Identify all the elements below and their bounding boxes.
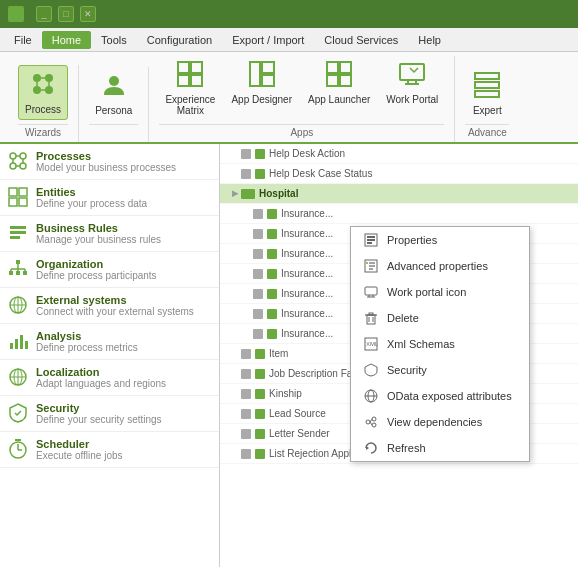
ribbon-btn-expert[interactable]: Expert bbox=[465, 67, 509, 120]
expand-icon: ▶ bbox=[244, 269, 250, 278]
context-icon bbox=[363, 388, 379, 404]
svg-rect-16 bbox=[327, 62, 338, 73]
svg-rect-39 bbox=[10, 226, 26, 229]
advanced-group-label: Advance bbox=[465, 124, 509, 138]
menu-item-home[interactable]: Home bbox=[42, 31, 91, 49]
list-item-label: Insurance... bbox=[281, 268, 333, 279]
list-item-label: Lead Source bbox=[269, 408, 326, 419]
ribbon-btn-app-launcher[interactable]: App Launcher bbox=[302, 56, 376, 120]
ribbon-btn-process[interactable]: Process bbox=[18, 65, 68, 120]
context-icon bbox=[363, 258, 379, 274]
svg-rect-18 bbox=[327, 75, 338, 86]
expand-icon: ▶ bbox=[244, 229, 250, 238]
list-item-label: Insurance... bbox=[281, 288, 333, 299]
sidebar-item-security[interactable]: Security Define your security settings bbox=[0, 396, 219, 432]
ribbon-btn-persona[interactable]: Persona bbox=[89, 67, 138, 120]
svg-rect-17 bbox=[340, 62, 351, 73]
minimize-btn[interactable]: _ bbox=[36, 6, 52, 22]
context-menu-item-odata-exposed-attributes[interactable]: OData exposed attributes bbox=[351, 383, 529, 409]
context-menu-label: Work portal icon bbox=[387, 286, 466, 298]
svg-rect-58 bbox=[25, 341, 28, 349]
sidebar-item-localization[interactable]: Localization Adapt languages and regions bbox=[0, 360, 219, 396]
ribbon-group-apps: Experience Matrix App Designer bbox=[149, 56, 455, 142]
svg-text:XML: XML bbox=[366, 341, 378, 347]
context-menu-item-advanced-properties[interactable]: Advanced properties bbox=[351, 253, 529, 279]
ribbon-btn-work-portal[interactable]: Work Portal bbox=[380, 56, 444, 120]
svg-point-28 bbox=[20, 153, 26, 159]
expand-icon: ▶ bbox=[232, 449, 238, 458]
sidebar-item-org[interactable]: Organization Define process participants bbox=[0, 252, 219, 288]
expand-icon: ▶ bbox=[232, 369, 238, 378]
context-menu-item-refresh[interactable]: Refresh bbox=[351, 435, 529, 461]
list-type-icon bbox=[255, 149, 265, 159]
menu-item-tools[interactable]: Tools bbox=[91, 31, 137, 49]
sidebar-item-desc: Define your process data bbox=[36, 198, 147, 209]
expand-icon: ▶ bbox=[232, 149, 238, 158]
expand-icon: ▶ bbox=[232, 189, 238, 198]
svg-marker-95 bbox=[366, 446, 369, 450]
context-menu-label: Refresh bbox=[387, 442, 426, 454]
list-item[interactable]: ▶ Help Desk Action bbox=[220, 144, 578, 164]
list-item-label: Insurance... bbox=[281, 248, 333, 259]
expand-icon: ▶ bbox=[232, 169, 238, 178]
svg-rect-57 bbox=[20, 335, 23, 349]
list-type-icon bbox=[267, 209, 277, 219]
context-menu-item-delete[interactable]: Delete bbox=[351, 305, 529, 331]
sidebar-item-title: Security bbox=[36, 402, 162, 414]
svg-rect-26 bbox=[475, 91, 499, 97]
menu-bar: FileHomeToolsConfigurationExport / Impor… bbox=[0, 28, 578, 52]
menu-item-configuration[interactable]: Configuration bbox=[137, 31, 222, 49]
sidebar-item-scheduler[interactable]: Scheduler Execute offline jobs bbox=[0, 432, 219, 468]
org-icon bbox=[8, 259, 30, 281]
context-menu: Properties Advanced properties Work port… bbox=[350, 226, 530, 462]
rules-icon bbox=[8, 223, 30, 245]
sidebar-item-analysis[interactable]: Analysis Define process metrics bbox=[0, 324, 219, 360]
processes-icon bbox=[8, 151, 30, 173]
list-item[interactable]: ▶ Hospital bbox=[220, 184, 578, 204]
list-item[interactable]: ▶ Insurance... bbox=[220, 204, 578, 224]
sidebar-item-external[interactable]: External systems Connect with your exter… bbox=[0, 288, 219, 324]
close-btn[interactable]: ✕ bbox=[80, 6, 96, 22]
context-menu-item-properties[interactable]: Properties bbox=[351, 227, 529, 253]
list-type-icon bbox=[255, 409, 265, 419]
list-item[interactable]: ▶ Help Desk Case Status bbox=[220, 164, 578, 184]
menu-item-export--import[interactable]: Export / Import bbox=[222, 31, 314, 49]
menu-item-file[interactable]: File bbox=[4, 31, 42, 49]
svg-rect-11 bbox=[178, 75, 189, 86]
context-menu-item-security[interactable]: Security bbox=[351, 357, 529, 383]
menu-item-cloud-services[interactable]: Cloud Services bbox=[314, 31, 408, 49]
svg-line-93 bbox=[370, 419, 372, 422]
persona-icon bbox=[100, 71, 128, 103]
svg-point-29 bbox=[10, 163, 16, 169]
process-label: Process bbox=[25, 104, 61, 115]
svg-rect-20 bbox=[400, 64, 424, 80]
menu-item-help[interactable]: Help bbox=[408, 31, 451, 49]
ribbon-group-wizards: Process Wizards bbox=[8, 65, 79, 142]
context-menu-item-xml-schemas[interactable]: XML Xml Schemas bbox=[351, 331, 529, 357]
list-icon bbox=[253, 309, 263, 319]
list-type-icon bbox=[255, 429, 265, 439]
context-menu-item-view-dependencies[interactable]: View dependencies bbox=[351, 409, 529, 435]
expert-icon bbox=[473, 71, 501, 103]
svg-point-3 bbox=[45, 86, 53, 94]
sidebar-item-processes[interactable]: Processes Model your business processes bbox=[0, 144, 219, 180]
experience-label: Experience Matrix bbox=[165, 94, 215, 116]
svg-rect-25 bbox=[475, 82, 499, 88]
app-launcher-label: App Launcher bbox=[308, 94, 370, 105]
list-icon bbox=[253, 329, 263, 339]
sidebar-item-entities[interactable]: Entities Define your process data bbox=[0, 180, 219, 216]
ribbon-btn-app-designer[interactable]: App Designer bbox=[225, 56, 298, 120]
ribbon-btn-experience[interactable]: Experience Matrix bbox=[159, 56, 221, 120]
sidebar-item-desc: Define process metrics bbox=[36, 342, 138, 353]
svg-rect-37 bbox=[9, 198, 17, 206]
list-icon bbox=[241, 389, 251, 399]
svg-rect-35 bbox=[9, 188, 17, 196]
sidebar-item-desc: Connect with your external systems bbox=[36, 306, 194, 317]
analysis-icon bbox=[8, 331, 30, 353]
restore-btn[interactable]: □ bbox=[58, 6, 74, 22]
svg-point-8 bbox=[109, 76, 119, 86]
context-menu-item-work-portal-icon[interactable]: Work portal icon bbox=[351, 279, 529, 305]
persona-group-label bbox=[89, 124, 138, 138]
sidebar-item-rules[interactable]: Business Rules Manage your business rule… bbox=[0, 216, 219, 252]
process-icon bbox=[29, 70, 57, 102]
